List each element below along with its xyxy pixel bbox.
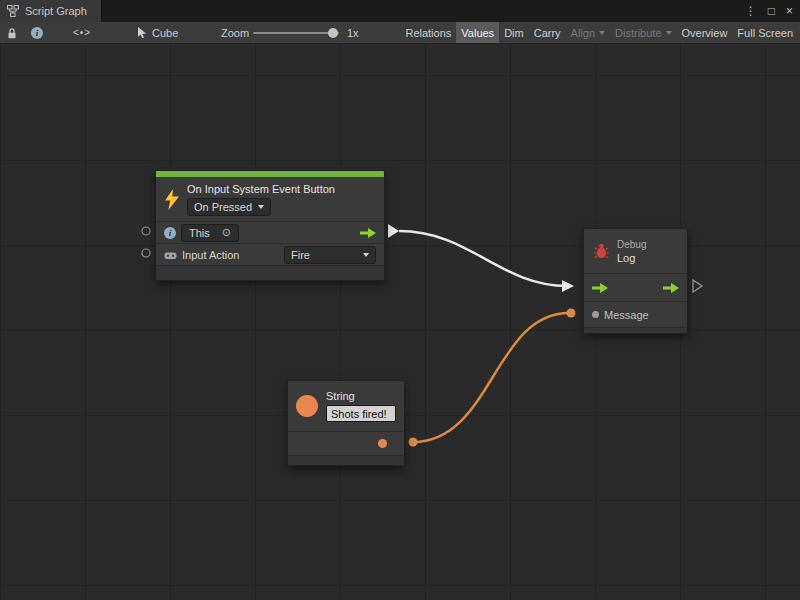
zoom-slider-handle[interactable] [328, 28, 338, 38]
target-label: Cube [152, 27, 178, 39]
message-label: Message [604, 309, 649, 321]
node-category: Debug [617, 239, 646, 250]
string-value-input[interactable] [326, 405, 396, 422]
script-graph-window: Script Graph ⋮ □ × i <•> Cube Zoom [0, 0, 800, 600]
node-title: String [326, 390, 355, 402]
node-footer [288, 455, 404, 465]
node-footer [156, 265, 384, 280]
graph-target[interactable]: Cube [138, 22, 178, 43]
script-graph-icon [7, 5, 19, 17]
gamepad-icon [164, 250, 177, 260]
distribute-button[interactable]: Distribute [610, 22, 676, 43]
node-title: Log [617, 252, 646, 264]
string-node-header: String [288, 381, 404, 431]
values-button[interactable]: Values [456, 22, 499, 43]
node-debug-log[interactable]: Debug Log Message [583, 228, 688, 334]
flow-output-port-icon[interactable] [663, 283, 679, 293]
event-trigger-output-port-icon[interactable] [360, 228, 376, 238]
input-action-dropdown[interactable]: Fire [284, 246, 376, 264]
tab-script-graph[interactable]: Script Graph [0, 0, 102, 22]
chevron-down-icon [666, 31, 672, 35]
relations-button[interactable]: Relations [400, 22, 456, 43]
value-wire-start-dot[interactable] [409, 438, 418, 447]
input-action-row: Input Action Fire [156, 243, 384, 265]
value-wire-end-dot [567, 309, 576, 318]
debug-flow-output-port[interactable] [693, 280, 702, 292]
api-icon[interactable]: <•> [73, 22, 91, 43]
this-row: i This ⊙ [156, 221, 384, 243]
graph-canvas[interactable]: On Input System Event Button On Pressed … [0, 44, 800, 600]
tab-label: Script Graph [25, 5, 87, 17]
node-footer [584, 327, 687, 333]
event-node-header: On Input System Event Button On Pressed [156, 177, 384, 221]
maximize-icon[interactable]: □ [768, 0, 775, 22]
lightning-icon [164, 189, 180, 210]
window-controls: ⋮ □ × [745, 0, 793, 22]
fullscreen-button[interactable]: Full Screen [732, 22, 798, 43]
node-string-literal[interactable]: String [287, 380, 405, 466]
info-toggle-icon[interactable]: i [31, 22, 43, 43]
close-icon[interactable]: × [786, 0, 793, 22]
zoom-slider[interactable] [253, 32, 339, 34]
value-wire[interactable] [413, 313, 569, 442]
titlebar: Script Graph ⋮ □ × [0, 0, 800, 22]
string-output-row [288, 431, 404, 455]
carry-button[interactable]: Carry [529, 22, 566, 43]
flow-input-port-icon[interactable] [592, 283, 608, 293]
this-object-field[interactable]: This ⊙ [181, 224, 239, 242]
string-type-icon [296, 395, 318, 417]
chevron-down-icon [599, 31, 605, 35]
message-row: Message [584, 301, 687, 327]
flow-row [584, 273, 687, 301]
cursor-icon [138, 27, 147, 39]
event-this-input-port[interactable] [142, 227, 150, 235]
bug-icon [594, 243, 609, 259]
exec-wire-end-arrow-icon [562, 280, 574, 292]
window-menu-icon[interactable]: ⋮ [745, 0, 757, 22]
chevron-down-icon [363, 253, 369, 257]
toolbar-buttons: Relations Values Dim Carry Align Distrib… [400, 22, 798, 43]
object-picker-icon[interactable]: ⊙ [222, 226, 231, 239]
zoom-label: Zoom [221, 22, 249, 43]
exec-wire-start-arrow-icon[interactable] [388, 224, 399, 238]
chevron-down-icon [258, 205, 264, 209]
string-output-port[interactable] [378, 439, 387, 448]
graph-toolbar: i <•> Cube Zoom 1x Relations Values Dim … [0, 22, 800, 44]
dim-button[interactable]: Dim [499, 22, 529, 43]
node-on-input-system-event-button[interactable]: On Input System Event Button On Pressed … [155, 170, 385, 281]
event-inputaction-input-port[interactable] [142, 249, 150, 257]
overview-button[interactable]: Overview [677, 22, 733, 43]
message-input-port[interactable] [592, 311, 599, 318]
info-icon: i [164, 227, 176, 239]
node-title: On Input System Event Button [187, 183, 335, 195]
lock-icon[interactable] [7, 22, 17, 43]
zoom-value: 1x [347, 22, 359, 43]
event-state-dropdown[interactable]: On Pressed [187, 198, 271, 216]
input-action-label: Input Action [182, 249, 240, 261]
exec-wire[interactable] [399, 231, 567, 286]
debug-node-header: Debug Log [584, 229, 687, 273]
align-button[interactable]: Align [566, 22, 610, 43]
